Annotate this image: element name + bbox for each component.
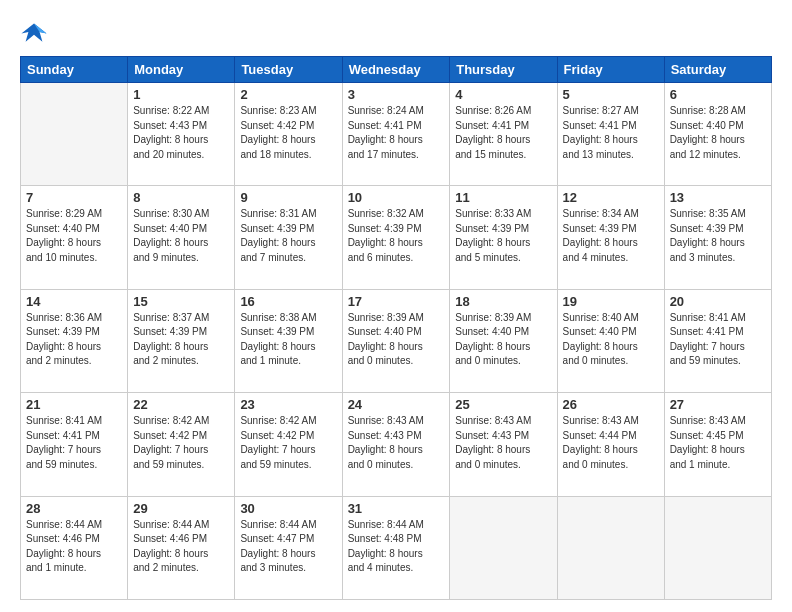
day-number: 22 [133,397,229,412]
calendar-cell: 5Sunrise: 8:27 AMSunset: 4:41 PMDaylight… [557,83,664,186]
day-info: Sunrise: 8:27 AMSunset: 4:41 PMDaylight:… [563,104,659,162]
calendar-cell: 22Sunrise: 8:42 AMSunset: 4:42 PMDayligh… [128,393,235,496]
day-info: Sunrise: 8:32 AMSunset: 4:39 PMDaylight:… [348,207,445,265]
day-number: 6 [670,87,766,102]
day-number: 29 [133,501,229,516]
day-info: Sunrise: 8:39 AMSunset: 4:40 PMDaylight:… [348,311,445,369]
day-number: 17 [348,294,445,309]
day-info: Sunrise: 8:23 AMSunset: 4:42 PMDaylight:… [240,104,336,162]
day-info: Sunrise: 8:30 AMSunset: 4:40 PMDaylight:… [133,207,229,265]
calendar-cell: 3Sunrise: 8:24 AMSunset: 4:41 PMDaylight… [342,83,450,186]
calendar-week-row: 28Sunrise: 8:44 AMSunset: 4:46 PMDayligh… [21,496,772,599]
calendar-cell [21,83,128,186]
day-info: Sunrise: 8:36 AMSunset: 4:39 PMDaylight:… [26,311,122,369]
day-info: Sunrise: 8:44 AMSunset: 4:48 PMDaylight:… [348,518,445,576]
calendar-cell [557,496,664,599]
day-info: Sunrise: 8:37 AMSunset: 4:39 PMDaylight:… [133,311,229,369]
calendar-cell: 18Sunrise: 8:39 AMSunset: 4:40 PMDayligh… [450,289,557,392]
weekday-header: Friday [557,57,664,83]
day-info: Sunrise: 8:34 AMSunset: 4:39 PMDaylight:… [563,207,659,265]
calendar-cell [664,496,771,599]
calendar-week-row: 1Sunrise: 8:22 AMSunset: 4:43 PMDaylight… [21,83,772,186]
day-number: 16 [240,294,336,309]
calendar-cell: 12Sunrise: 8:34 AMSunset: 4:39 PMDayligh… [557,186,664,289]
weekday-header: Monday [128,57,235,83]
day-info: Sunrise: 8:41 AMSunset: 4:41 PMDaylight:… [26,414,122,472]
day-info: Sunrise: 8:41 AMSunset: 4:41 PMDaylight:… [670,311,766,369]
header [20,18,772,46]
day-number: 25 [455,397,551,412]
day-number: 26 [563,397,659,412]
calendar-cell: 10Sunrise: 8:32 AMSunset: 4:39 PMDayligh… [342,186,450,289]
calendar-cell: 20Sunrise: 8:41 AMSunset: 4:41 PMDayligh… [664,289,771,392]
calendar-cell: 17Sunrise: 8:39 AMSunset: 4:40 PMDayligh… [342,289,450,392]
day-number: 3 [348,87,445,102]
day-info: Sunrise: 8:44 AMSunset: 4:47 PMDaylight:… [240,518,336,576]
weekday-header: Sunday [21,57,128,83]
calendar-cell: 29Sunrise: 8:44 AMSunset: 4:46 PMDayligh… [128,496,235,599]
calendar-header-row: SundayMondayTuesdayWednesdayThursdayFrid… [21,57,772,83]
svg-marker-0 [21,24,46,42]
day-number: 14 [26,294,122,309]
day-info: Sunrise: 8:43 AMSunset: 4:43 PMDaylight:… [348,414,445,472]
calendar-week-row: 7Sunrise: 8:29 AMSunset: 4:40 PMDaylight… [21,186,772,289]
day-number: 20 [670,294,766,309]
day-info: Sunrise: 8:22 AMSunset: 4:43 PMDaylight:… [133,104,229,162]
calendar-cell: 25Sunrise: 8:43 AMSunset: 4:43 PMDayligh… [450,393,557,496]
day-number: 18 [455,294,551,309]
day-number: 13 [670,190,766,205]
logo-icon [20,18,48,46]
day-info: Sunrise: 8:26 AMSunset: 4:41 PMDaylight:… [455,104,551,162]
calendar-cell: 7Sunrise: 8:29 AMSunset: 4:40 PMDaylight… [21,186,128,289]
day-info: Sunrise: 8:33 AMSunset: 4:39 PMDaylight:… [455,207,551,265]
day-info: Sunrise: 8:42 AMSunset: 4:42 PMDaylight:… [133,414,229,472]
day-number: 27 [670,397,766,412]
day-info: Sunrise: 8:38 AMSunset: 4:39 PMDaylight:… [240,311,336,369]
day-number: 31 [348,501,445,516]
day-info: Sunrise: 8:39 AMSunset: 4:40 PMDaylight:… [455,311,551,369]
calendar-cell [450,496,557,599]
calendar-cell: 28Sunrise: 8:44 AMSunset: 4:46 PMDayligh… [21,496,128,599]
day-number: 7 [26,190,122,205]
day-info: Sunrise: 8:29 AMSunset: 4:40 PMDaylight:… [26,207,122,265]
day-number: 2 [240,87,336,102]
day-info: Sunrise: 8:43 AMSunset: 4:44 PMDaylight:… [563,414,659,472]
calendar-cell: 27Sunrise: 8:43 AMSunset: 4:45 PMDayligh… [664,393,771,496]
day-number: 23 [240,397,336,412]
day-info: Sunrise: 8:28 AMSunset: 4:40 PMDaylight:… [670,104,766,162]
page: SundayMondayTuesdayWednesdayThursdayFrid… [0,0,792,612]
day-number: 12 [563,190,659,205]
weekday-header: Tuesday [235,57,342,83]
day-number: 4 [455,87,551,102]
calendar-cell: 14Sunrise: 8:36 AMSunset: 4:39 PMDayligh… [21,289,128,392]
day-number: 5 [563,87,659,102]
weekday-header: Thursday [450,57,557,83]
day-info: Sunrise: 8:44 AMSunset: 4:46 PMDaylight:… [26,518,122,576]
day-info: Sunrise: 8:35 AMSunset: 4:39 PMDaylight:… [670,207,766,265]
calendar-cell: 31Sunrise: 8:44 AMSunset: 4:48 PMDayligh… [342,496,450,599]
calendar-cell: 16Sunrise: 8:38 AMSunset: 4:39 PMDayligh… [235,289,342,392]
day-info: Sunrise: 8:31 AMSunset: 4:39 PMDaylight:… [240,207,336,265]
day-number: 1 [133,87,229,102]
day-info: Sunrise: 8:42 AMSunset: 4:42 PMDaylight:… [240,414,336,472]
calendar-cell: 21Sunrise: 8:41 AMSunset: 4:41 PMDayligh… [21,393,128,496]
calendar-cell: 30Sunrise: 8:44 AMSunset: 4:47 PMDayligh… [235,496,342,599]
day-number: 15 [133,294,229,309]
calendar-cell: 11Sunrise: 8:33 AMSunset: 4:39 PMDayligh… [450,186,557,289]
day-number: 10 [348,190,445,205]
calendar-cell: 2Sunrise: 8:23 AMSunset: 4:42 PMDaylight… [235,83,342,186]
day-info: Sunrise: 8:24 AMSunset: 4:41 PMDaylight:… [348,104,445,162]
calendar-cell: 23Sunrise: 8:42 AMSunset: 4:42 PMDayligh… [235,393,342,496]
day-info: Sunrise: 8:43 AMSunset: 4:45 PMDaylight:… [670,414,766,472]
calendar-week-row: 14Sunrise: 8:36 AMSunset: 4:39 PMDayligh… [21,289,772,392]
calendar-cell: 15Sunrise: 8:37 AMSunset: 4:39 PMDayligh… [128,289,235,392]
day-info: Sunrise: 8:40 AMSunset: 4:40 PMDaylight:… [563,311,659,369]
day-number: 24 [348,397,445,412]
logo [20,18,52,46]
day-number: 11 [455,190,551,205]
calendar-table: SundayMondayTuesdayWednesdayThursdayFrid… [20,56,772,600]
day-number: 30 [240,501,336,516]
calendar-cell: 8Sunrise: 8:30 AMSunset: 4:40 PMDaylight… [128,186,235,289]
day-info: Sunrise: 8:44 AMSunset: 4:46 PMDaylight:… [133,518,229,576]
day-number: 19 [563,294,659,309]
